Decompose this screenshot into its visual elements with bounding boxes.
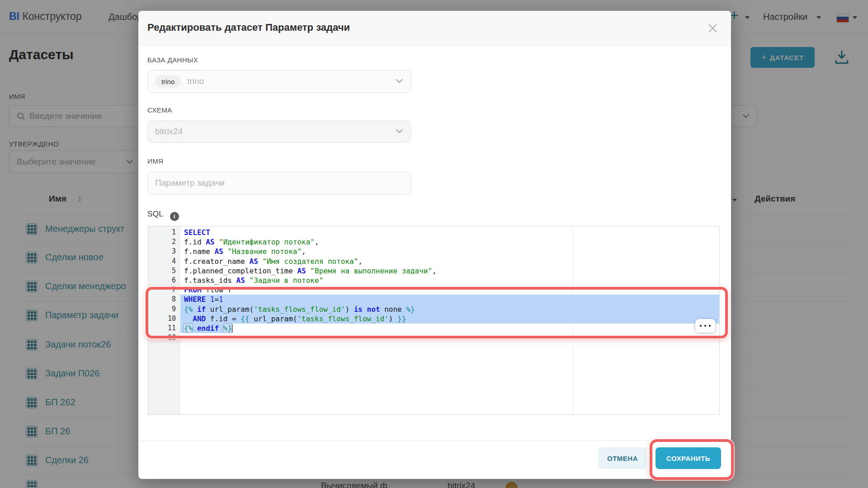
code-token: , — [432, 267, 437, 275]
database-value: trino — [187, 76, 204, 86]
code-token — [193, 324, 197, 333]
application-root: BI Конструктор Дашборды + Настройки Дата… — [0, 0, 868, 488]
line-number: 1 — [172, 228, 176, 237]
code-token — [184, 314, 193, 323]
code-token: AS — [214, 247, 223, 256]
modal-footer-divider — [138, 441, 731, 441]
code-token — [306, 267, 311, 275]
code-token: %} — [406, 305, 415, 314]
name-label: ИМЯ — [147, 157, 163, 165]
sql-code-editor[interactable]: 123456789101112 SELECTf.id AS "Идентифик… — [148, 226, 720, 415]
code-token: AS — [236, 276, 245, 285]
code-token: f.name — [184, 247, 214, 256]
code-token: AS — [250, 257, 258, 266]
line-number: 12 — [168, 333, 176, 343]
code-token — [245, 276, 250, 285]
line-number: 2 — [172, 237, 176, 247]
code-token — [258, 257, 263, 266]
code-token: "Идентификатор потока" — [219, 238, 315, 246]
code-token — [193, 305, 197, 314]
schema-label: СХЕМА — [147, 106, 172, 114]
schema-select[interactable]: bitrix24 — [147, 120, 411, 143]
code-token: is — [354, 305, 363, 314]
line-number: 11 — [168, 324, 176, 333]
code-token: AND — [193, 314, 206, 323]
code-line: f.creator_name AS "Имя создателя потока"… — [184, 257, 719, 266]
code-token: , — [302, 247, 306, 256]
code-token: SELECT — [184, 228, 210, 237]
code-token: "Время на выполнение задачи" — [310, 267, 432, 275]
modal-title: Редактировать датасет Параметр задачи — [147, 22, 350, 33]
code-token: url_param( — [250, 314, 297, 323]
code-line: FROM flow f — [184, 285, 719, 295]
code-token: {{ — [241, 314, 249, 323]
editor-line-number-gutter: 123456789101112 — [148, 226, 180, 414]
line-number: 5 — [172, 266, 176, 276]
sql-label-text: SQL — [147, 210, 163, 218]
line-number: 6 — [172, 276, 176, 285]
code-token: "Название потока" — [227, 247, 302, 256]
chevron-down-icon — [396, 79, 403, 84]
code-token: none — [380, 305, 406, 314]
editor-code-area[interactable]: SELECTf.id AS "Идентификатор потока",f.n… — [180, 226, 719, 414]
code-token: {% — [184, 305, 193, 314]
code-token: if — [197, 305, 206, 314]
edit-dataset-modal: Редактировать датасет Параметр задачи БА… — [138, 11, 731, 479]
code-token: FROM — [184, 286, 202, 294]
code-token: %} — [223, 324, 232, 333]
code-token: f.planned_completion_time — [184, 267, 297, 275]
code-token: ) — [389, 314, 397, 323]
name-input[interactable]: Параметр задачи — [147, 172, 411, 194]
code-line: {% endif %} — [184, 324, 719, 333]
editor-ellipsis-button[interactable] — [695, 319, 715, 333]
info-icon[interactable]: i — [170, 212, 179, 221]
code-line: f.planned_completion_time AS "Время на в… — [184, 266, 719, 276]
code-token: {% — [184, 324, 193, 333]
line-number: 10 — [168, 314, 176, 324]
code-token: f.id = — [206, 314, 241, 323]
database-select[interactable]: trino trino — [147, 70, 411, 93]
database-label: БАЗА ДАННЫХ — [147, 56, 198, 64]
code-token: f.tasks_ids — [184, 276, 236, 285]
code-token: endif — [197, 324, 219, 333]
schema-value: bitrix24 — [155, 127, 183, 136]
code-token: not — [367, 305, 380, 314]
code-token: 'tasks_flows_flow_id' — [254, 305, 345, 314]
code-line — [184, 333, 719, 343]
code-line: AND f.id = {{ url_param('tasks_flows_flo… — [184, 314, 719, 324]
code-token: AS — [206, 238, 214, 246]
line-number: 7 — [172, 285, 176, 295]
code-token: "Задачи в потоке" — [250, 276, 324, 285]
text-cursor — [232, 325, 232, 333]
code-token: ) — [345, 305, 354, 314]
code-line: {% if url_param('tasks_flows_flow_id') i… — [184, 305, 719, 314]
code-token: }} — [397, 314, 406, 323]
code-token — [223, 247, 228, 256]
name-value: Параметр задачи — [155, 178, 225, 188]
code-token: 1 — [219, 295, 223, 304]
database-tag[interactable]: trino — [155, 75, 181, 88]
sql-label: SQL i — [147, 210, 179, 221]
code-token: 'tasks_flows_flow_id' — [297, 314, 388, 323]
code-token — [214, 238, 219, 246]
code-token — [363, 305, 367, 314]
cancel-button[interactable]: ОТМЕНА — [598, 447, 647, 469]
chevron-down-icon — [396, 129, 403, 134]
save-button[interactable]: СОХРАНИТЬ — [656, 447, 721, 469]
code-token: AS — [297, 267, 306, 275]
code-token: f.id — [184, 238, 206, 246]
line-number: 8 — [172, 295, 176, 304]
code-line: SELECT — [184, 228, 719, 237]
code-token: flow f — [202, 286, 232, 294]
line-number: 9 — [172, 305, 176, 314]
code-line: f.name AS "Название потока", — [184, 247, 719, 256]
close-icon[interactable] — [707, 23, 718, 34]
line-number: 4 — [172, 257, 176, 266]
code-token: , — [315, 238, 319, 246]
code-token: = — [214, 295, 219, 304]
line-number: 3 — [172, 247, 176, 256]
code-token: 1 — [210, 295, 215, 304]
code-line: WHERE 1=1 — [184, 295, 719, 304]
code-token: url_param( — [206, 305, 254, 314]
code-token: , — [358, 257, 363, 266]
